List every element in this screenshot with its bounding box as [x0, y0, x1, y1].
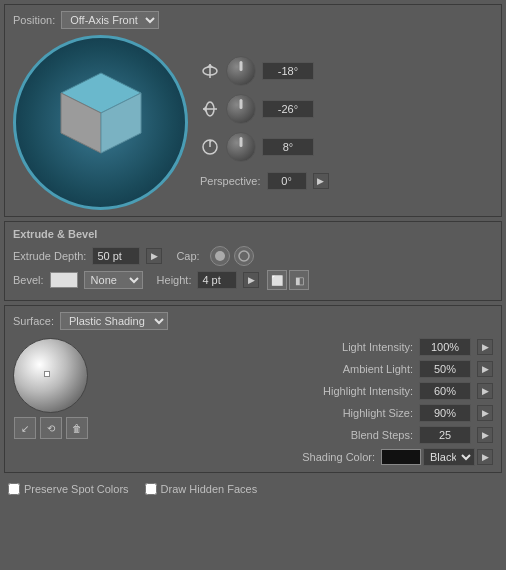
- position-dropdown[interactable]: Off-Axis Front Front Top Side: [61, 11, 159, 29]
- position-controls: -18° -26°: [200, 56, 329, 190]
- surface-dropdown[interactable]: Plastic Shading Diffuse Shading No Shadi…: [60, 312, 168, 330]
- highlight-intensity-value[interactable]: 60%: [419, 382, 471, 400]
- bevel-row: Bevel: None Flat Round Height: 4 pt ▶ ⬜ …: [13, 270, 493, 290]
- perspective-arrow[interactable]: ▶: [313, 173, 329, 189]
- light-intensity-row: Light Intensity: 100% ▶: [98, 338, 493, 356]
- extrude-title: Extrude & Bevel: [13, 228, 493, 240]
- position-label: Position:: [13, 14, 55, 26]
- highlight-intensity-label: Highlight Intensity:: [323, 385, 413, 397]
- dial-3[interactable]: [226, 132, 256, 162]
- svg-marker-8: [210, 140, 213, 143]
- light-intensity-arrow[interactable]: ▶: [477, 339, 493, 355]
- bevel-color-swatch[interactable]: [50, 272, 78, 288]
- height-icon-1[interactable]: ⬜: [267, 270, 287, 290]
- light-intensity-value[interactable]: 100%: [419, 338, 471, 356]
- shading-color-dropdown: Black White Custom ▶: [381, 448, 493, 466]
- ambient-light-arrow[interactable]: ▶: [477, 361, 493, 377]
- angle-row-3: 8°: [200, 132, 329, 162]
- height-label: Height:: [157, 274, 192, 286]
- highlight-size-arrow[interactable]: ▶: [477, 405, 493, 421]
- highlight-size-value[interactable]: 90%: [419, 404, 471, 422]
- height-icons: ⬜ ◧: [267, 270, 309, 290]
- perspective-row: Perspective: 0° ▶: [200, 172, 329, 190]
- shading-color-box: [381, 449, 421, 465]
- cube-preview: [13, 35, 188, 210]
- angle-value-3[interactable]: 8°: [262, 138, 314, 156]
- highlight-intensity-row: Highlight Intensity: 60% ▶: [98, 382, 493, 400]
- reset-icon[interactable]: ⟲: [40, 417, 62, 439]
- height-arrow[interactable]: ▶: [243, 272, 259, 288]
- extrude-depth-label: Extrude Depth:: [13, 250, 86, 262]
- sphere-preview: [13, 338, 88, 413]
- height-icon-2[interactable]: ◧: [289, 270, 309, 290]
- surface-body: ↙ ⟲ 🗑 Light Intensity: 100% ▶ Ambient Li…: [13, 338, 493, 466]
- shading-color-label: Shading Color:: [302, 451, 375, 463]
- surface-label: Surface:: [13, 315, 54, 327]
- draw-hidden-label: Draw Hidden Faces: [161, 483, 258, 495]
- bevel-label: Bevel:: [13, 274, 44, 286]
- angle-row-2: -26°: [200, 94, 329, 124]
- rotate-z-icon: [200, 137, 220, 157]
- extrude-section: Extrude & Bevel Extrude Depth: 50 pt ▶ C…: [4, 221, 502, 301]
- cap-label: Cap:: [176, 250, 199, 262]
- ambient-light-label: Ambient Light:: [343, 363, 413, 375]
- surface-header: Surface: Plastic Shading Diffuse Shading…: [13, 312, 493, 330]
- angle-value-2[interactable]: -26°: [262, 100, 314, 118]
- draw-hidden-checkbox-input[interactable]: [145, 483, 157, 495]
- svg-marker-6: [203, 106, 206, 112]
- shading-color-row: Shading Color: Black White Custom ▶: [98, 448, 493, 466]
- cube-svg: [41, 63, 161, 183]
- svg-point-9: [215, 251, 225, 261]
- svg-point-10: [239, 251, 249, 261]
- lighting-icon[interactable]: ↙: [14, 417, 36, 439]
- delete-icon[interactable]: 🗑: [66, 417, 88, 439]
- ambient-light-value[interactable]: 50%: [419, 360, 471, 378]
- extrude-depth-row: Extrude Depth: 50 pt ▶ Cap:: [13, 246, 493, 266]
- bevel-dropdown[interactable]: None Flat Round: [84, 271, 143, 289]
- cap-outline-icon[interactable]: [234, 246, 254, 266]
- sphere-highlight-dot: [44, 371, 50, 377]
- angle-value-1[interactable]: -18°: [262, 62, 314, 80]
- draw-hidden-faces-checkbox[interactable]: Draw Hidden Faces: [145, 483, 258, 495]
- blend-steps-arrow[interactable]: ▶: [477, 427, 493, 443]
- svg-marker-4: [207, 64, 213, 67]
- perspective-value[interactable]: 0°: [267, 172, 307, 190]
- surface-controls: Light Intensity: 100% ▶ Ambient Light: 5…: [98, 338, 493, 466]
- perspective-label: Perspective:: [200, 175, 261, 187]
- sphere-bottom-icons: ↙ ⟲ 🗑: [14, 417, 88, 439]
- surface-section: Surface: Plastic Shading Diffuse Shading…: [4, 305, 502, 473]
- extrude-depth-value[interactable]: 50 pt: [92, 247, 140, 265]
- preserve-spot-colors-checkbox[interactable]: Preserve Spot Colors: [8, 483, 129, 495]
- extrude-depth-arrow[interactable]: ▶: [146, 248, 162, 264]
- preserve-spot-label: Preserve Spot Colors: [24, 483, 129, 495]
- shading-color-select[interactable]: Black White Custom: [423, 448, 475, 466]
- position-section: Position: Off-Axis Front Front Top Side: [4, 4, 502, 217]
- dial-2[interactable]: [226, 94, 256, 124]
- rotate-y-icon: [200, 99, 220, 119]
- blend-steps-value[interactable]: 25: [419, 426, 471, 444]
- cap-filled-icon[interactable]: [210, 246, 230, 266]
- highlight-size-label: Highlight Size:: [343, 407, 413, 419]
- light-intensity-label: Light Intensity:: [342, 341, 413, 353]
- highlight-size-row: Highlight Size: 90% ▶: [98, 404, 493, 422]
- shading-color-arrow[interactable]: ▶: [477, 449, 493, 465]
- rotate-x-icon: [200, 61, 220, 81]
- height-value[interactable]: 4 pt: [197, 271, 237, 289]
- highlight-intensity-arrow[interactable]: ▶: [477, 383, 493, 399]
- angle-row-1: -18°: [200, 56, 329, 86]
- cap-icons: [210, 246, 254, 266]
- blend-steps-label: Blend Steps:: [351, 429, 413, 441]
- blend-steps-row: Blend Steps: 25 ▶: [98, 426, 493, 444]
- preserve-spot-checkbox-input[interactable]: [8, 483, 20, 495]
- dial-1[interactable]: [226, 56, 256, 86]
- bottom-row: Preserve Spot Colors Draw Hidden Faces: [0, 477, 506, 499]
- ambient-light-row: Ambient Light: 50% ▶: [98, 360, 493, 378]
